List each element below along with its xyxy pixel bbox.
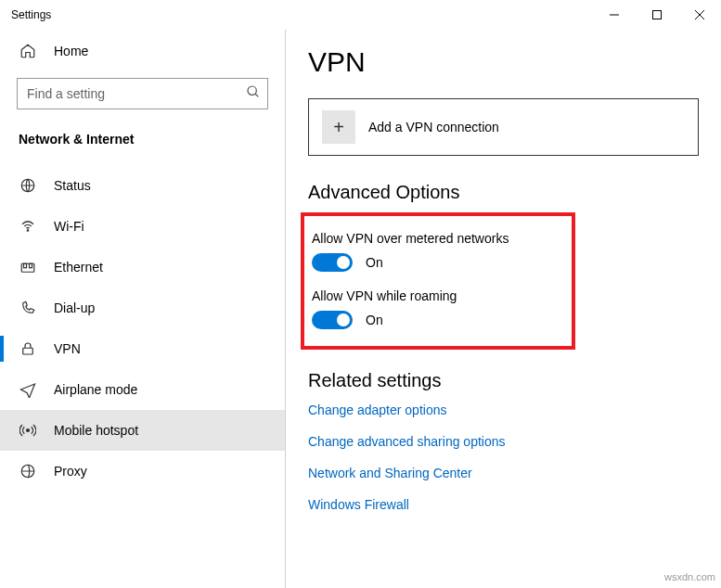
nav-item-status[interactable]: Status <box>0 165 285 206</box>
metered-label: Allow VPN over metered networks <box>312 231 557 246</box>
svg-line-5 <box>255 94 258 96</box>
sidebar: Home Network & Internet Status Wi-Fi Eth… <box>0 30 286 588</box>
svg-rect-9 <box>24 263 27 268</box>
nav-label: Dial-up <box>54 300 95 315</box>
search-icon <box>246 84 261 103</box>
svg-rect-1 <box>653 11 662 19</box>
nav-label: Mobile hotspot <box>54 423 138 438</box>
plus-icon: + <box>322 110 355 144</box>
related-heading: Related settings <box>308 370 699 391</box>
page-title: VPN <box>308 46 699 78</box>
nav-label: Proxy <box>54 464 87 479</box>
close-button[interactable] <box>678 0 721 30</box>
add-vpn-label: Add a VPN connection <box>368 120 499 134</box>
roaming-toggle[interactable] <box>312 311 353 329</box>
hotspot-icon <box>19 422 37 439</box>
nav-item-proxy[interactable]: Proxy <box>0 451 285 492</box>
nav-item-wifi[interactable]: Wi-Fi <box>0 206 285 247</box>
nav-label: Ethernet <box>54 260 103 275</box>
nav-item-dialup[interactable]: Dial-up <box>0 288 285 328</box>
proxy-icon <box>19 463 37 479</box>
maximize-button[interactable] <box>636 0 678 30</box>
watermark: wsxdn.com <box>664 571 715 582</box>
nav-item-ethernet[interactable]: Ethernet <box>0 247 285 288</box>
search-input[interactable] <box>17 78 268 109</box>
link-network-center[interactable]: Network and Sharing Center <box>308 466 699 480</box>
dialup-icon <box>19 300 37 316</box>
nav-list: Status Wi-Fi Ethernet Dial-up VPN Airpla… <box>0 165 285 492</box>
nav-label: Airplane mode <box>54 382 137 397</box>
status-icon <box>19 177 37 194</box>
metered-toggle[interactable] <box>312 253 353 272</box>
window-controls <box>593 0 721 30</box>
link-adapter-options[interactable]: Change adapter options <box>308 403 699 417</box>
home-icon <box>19 43 37 59</box>
add-vpn-button[interactable]: + Add a VPN connection <box>308 98 699 156</box>
nav-label: VPN <box>54 341 81 356</box>
section-title: Network & Internet <box>0 122 285 154</box>
roaming-label: Allow VPN while roaming <box>312 288 557 303</box>
svg-point-4 <box>248 86 256 95</box>
nav-item-airplane[interactable]: Airplane mode <box>0 369 285 410</box>
nav-item-vpn[interactable]: VPN <box>0 328 285 369</box>
airplane-icon <box>19 381 37 398</box>
minimize-button[interactable] <box>593 0 636 30</box>
svg-rect-10 <box>30 263 32 268</box>
nav-label: Wi-Fi <box>54 219 84 234</box>
metered-state: On <box>366 255 383 270</box>
nav-label: Status <box>54 178 91 193</box>
highlight-box: Allow VPN over metered networks On Allow… <box>301 212 575 350</box>
svg-point-12 <box>27 429 30 432</box>
ethernet-icon <box>19 259 37 275</box>
svg-rect-11 <box>23 348 33 354</box>
vpn-icon <box>19 340 37 357</box>
content-area: VPN + Add a VPN connection Advanced Opti… <box>286 30 721 588</box>
window-title: Settings <box>11 8 51 21</box>
wifi-icon <box>19 218 37 235</box>
nav-item-hotspot[interactable]: Mobile hotspot <box>0 410 285 451</box>
advanced-heading: Advanced Options <box>308 182 699 203</box>
search-wrap <box>17 78 268 109</box>
home-link[interactable]: Home <box>0 30 285 72</box>
svg-point-7 <box>27 230 29 232</box>
link-firewall[interactable]: Windows Firewall <box>308 497 699 512</box>
link-sharing-options[interactable]: Change advanced sharing options <box>308 434 699 449</box>
home-label: Home <box>54 44 88 58</box>
roaming-state: On <box>366 313 383 327</box>
